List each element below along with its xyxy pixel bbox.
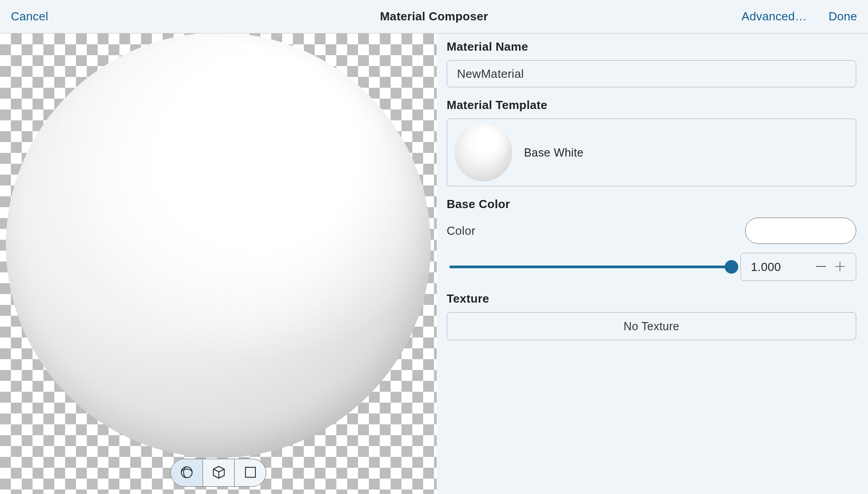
template-thumb-sphere [454, 124, 512, 181]
material-template-section: Material Template Base White [447, 98, 856, 186]
template-name: Base White [524, 146, 584, 159]
preview-panel [0, 33, 437, 494]
texture-section: Texture No Texture [447, 292, 856, 340]
done-button[interactable]: Done [829, 10, 857, 24]
material-name-input[interactable] [447, 60, 856, 87]
shape-plane-button[interactable] [234, 459, 266, 486]
preview-checker-area[interactable] [0, 33, 437, 494]
main-area: Material Name Material Template Base Whi… [0, 33, 868, 494]
base-color-section: Base Color Color 1.000 [447, 197, 856, 281]
color-intensity-slider[interactable] [447, 258, 731, 276]
material-preview-sphere [6, 33, 431, 458]
texture-label: Texture [447, 292, 856, 306]
properties-panel: Material Name Material Template Base Whi… [437, 33, 868, 494]
material-name-label: Material Name [447, 40, 856, 54]
texture-select-button[interactable]: No Texture [447, 312, 856, 340]
plus-icon [834, 261, 846, 274]
sphere-icon [179, 465, 194, 481]
cancel-button[interactable]: Cancel [11, 10, 48, 24]
cube-icon [212, 465, 226, 481]
advanced-button[interactable]: Advanced… [741, 10, 807, 24]
preview-shape-toggle [170, 459, 266, 487]
material-name-section: Material Name [447, 40, 856, 87]
shape-sphere-button[interactable] [171, 459, 203, 486]
svg-rect-1 [245, 467, 255, 477]
square-icon [244, 466, 257, 480]
svg-point-0 [181, 467, 192, 478]
material-template-label: Material Template [447, 98, 856, 112]
stepper-decrement-button[interactable] [811, 257, 830, 276]
color-intensity-value[interactable]: 1.000 [751, 260, 811, 274]
app-header: Cancel Material Composer Advanced… Done [0, 0, 868, 33]
material-template-selector[interactable]: Base White [447, 119, 856, 186]
base-color-label: Base Color [447, 197, 856, 211]
color-intensity-stepper: 1.000 [741, 253, 856, 281]
minus-icon [815, 261, 827, 274]
page-title: Material Composer [380, 10, 488, 24]
color-sub-label: Color [447, 224, 476, 238]
shape-cube-button[interactable] [203, 459, 234, 486]
stepper-increment-button[interactable] [830, 257, 849, 276]
slider-thumb[interactable] [725, 260, 738, 274]
color-intensity-row: 1.000 [447, 253, 856, 281]
color-swatch-button[interactable] [745, 218, 856, 244]
